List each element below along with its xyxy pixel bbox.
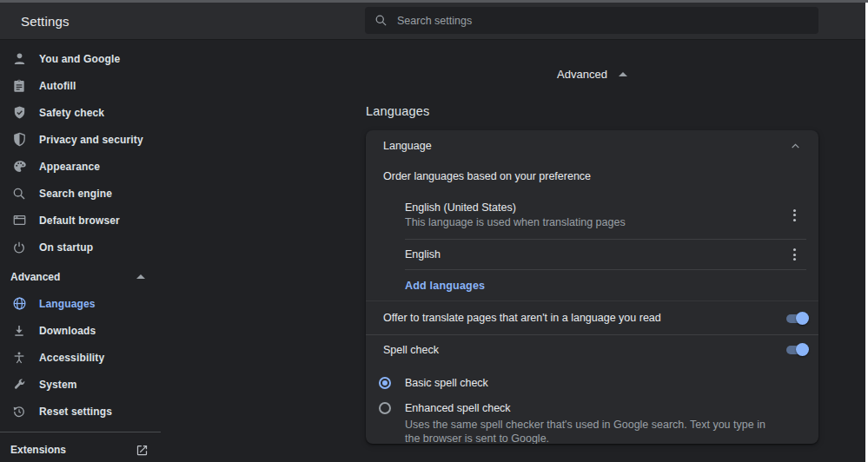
settings-header: Settings Search settings (0, 3, 865, 40)
spell-check-label: Spell check (383, 344, 785, 356)
palette-icon (11, 159, 27, 175)
language-expander-row[interactable]: Language (366, 130, 818, 162)
sidebar-item-label: Safety check (39, 107, 104, 119)
settings-main: Advanced Languages Language Order langua… (366, 40, 818, 444)
sidebar-item-label: System (39, 379, 77, 391)
sidebar-item-search-engine[interactable]: Search engine (0, 180, 161, 207)
translate-toggle-row: Offer to translate pages that aren't in … (366, 301, 818, 334)
sidebar-item-label: Appearance (39, 161, 100, 173)
sidebar-item-system[interactable]: System (0, 371, 161, 398)
search-engine-icon (11, 186, 27, 201)
chevron-up-icon (790, 141, 801, 152)
advanced-label: Advanced (10, 271, 60, 283)
download-icon (11, 323, 27, 339)
language-row-english: English (405, 240, 806, 270)
power-icon (11, 240, 27, 255)
radio-selected-icon[interactable] (379, 377, 391, 389)
sidebar-item-privacy[interactable]: Privacy and security (0, 126, 161, 153)
sidebar-item-autofill[interactable]: Autofill (0, 72, 161, 99)
search-icon (374, 14, 388, 27)
add-languages-row: Add languages (405, 270, 818, 300)
radio-label: Basic spell check (405, 375, 488, 391)
more-actions-icon[interactable] (784, 244, 805, 265)
section-title: Languages (366, 104, 818, 122)
sidebar-item-appearance[interactable]: Appearance (0, 153, 161, 180)
language-list: English (United States) This language is… (405, 191, 806, 270)
advanced-toggle-label: Advanced (557, 68, 607, 81)
sidebar-item-label: You and Google (39, 53, 120, 65)
caret-up-icon (619, 72, 627, 76)
sidebar-item-label: Reset settings (39, 406, 112, 418)
sidebar-item-languages[interactable]: Languages (0, 290, 161, 317)
radio-description: Uses the same spell checker that's used … (405, 419, 780, 444)
accessibility-icon (11, 350, 27, 366)
caret-up-icon (136, 274, 145, 279)
spell-check-toggle[interactable] (785, 343, 808, 356)
radio-unselected-icon[interactable] (379, 402, 391, 414)
translate-toggle[interactable] (785, 312, 808, 325)
languages-card: Language Order languages based on your p… (366, 130, 818, 444)
extensions-label: Extensions (10, 444, 66, 456)
sidebar-item-default-browser[interactable]: Default browser (0, 207, 161, 234)
spell-check-toggle-row: Spell check (366, 335, 818, 364)
language-row-english-us: English (United States) This language is… (405, 191, 806, 240)
sidebar-item-label: Search engine (39, 188, 112, 200)
advanced-section-toggle[interactable]: Advanced (366, 62, 818, 86)
more-actions-icon[interactable] (784, 205, 805, 226)
sidebar-item-label: Autofill (39, 80, 76, 92)
language-name: English (United States) (405, 201, 784, 215)
search-placeholder: Search settings (397, 15, 472, 27)
privacy-shield-icon (11, 132, 27, 148)
spell-check-options: Basic spell check Enhanced spell check U… (366, 364, 818, 444)
sidebar-item-safety-check[interactable]: Safety check (0, 99, 161, 126)
page-title: Settings (21, 14, 70, 29)
language-description: This language is used when translating p… (405, 215, 784, 230)
sidebar-item-extensions[interactable]: Extensions (0, 432, 161, 462)
person-icon (11, 51, 27, 67)
sidebar-item-label: Downloads (39, 325, 96, 337)
sidebar-item-label: On startup (39, 241, 93, 254)
autofill-icon (11, 78, 27, 94)
restore-icon (11, 404, 27, 419)
translate-label: Offer to translate pages that aren't in … (383, 312, 785, 324)
search-input[interactable]: Search settings (365, 7, 818, 34)
settings-sidebar: You and Google Autofill Safety check Pri… (0, 40, 161, 462)
wrench-icon (11, 377, 27, 393)
sidebar-item-accessibility[interactable]: Accessibility (0, 344, 161, 371)
window-top-edge (0, 0, 868, 3)
globe-icon (11, 296, 27, 312)
sidebar-item-downloads[interactable]: Downloads (0, 317, 161, 344)
browser-icon (11, 213, 27, 228)
sidebar-item-label: Languages (39, 298, 96, 310)
sidebar-advanced-toggle[interactable]: Advanced (0, 263, 161, 290)
language-expander-label: Language (383, 140, 790, 152)
enhanced-spell-check-option[interactable]: Enhanced spell check Uses the same spell… (366, 395, 818, 444)
sidebar-item-on-startup[interactable]: On startup (0, 234, 161, 261)
radio-label: Enhanced spell check (405, 400, 780, 416)
open-in-new-icon (136, 444, 149, 457)
sidebar-item-label: Privacy and security (39, 134, 143, 146)
basic-spell-check-option[interactable]: Basic spell check (366, 370, 818, 395)
sidebar-item-label: Accessibility (39, 352, 104, 364)
language-name: English (405, 248, 784, 262)
add-languages-button[interactable]: Add languages (405, 280, 485, 292)
order-languages-text: Order languages based on your preference (366, 162, 818, 191)
sidebar-item-reset-settings[interactable]: Reset settings (0, 398, 161, 425)
safety-check-icon (11, 105, 27, 121)
sidebar-item-label: Default browser (39, 214, 120, 227)
sidebar-item-you-and-google[interactable]: You and Google (0, 45, 161, 72)
